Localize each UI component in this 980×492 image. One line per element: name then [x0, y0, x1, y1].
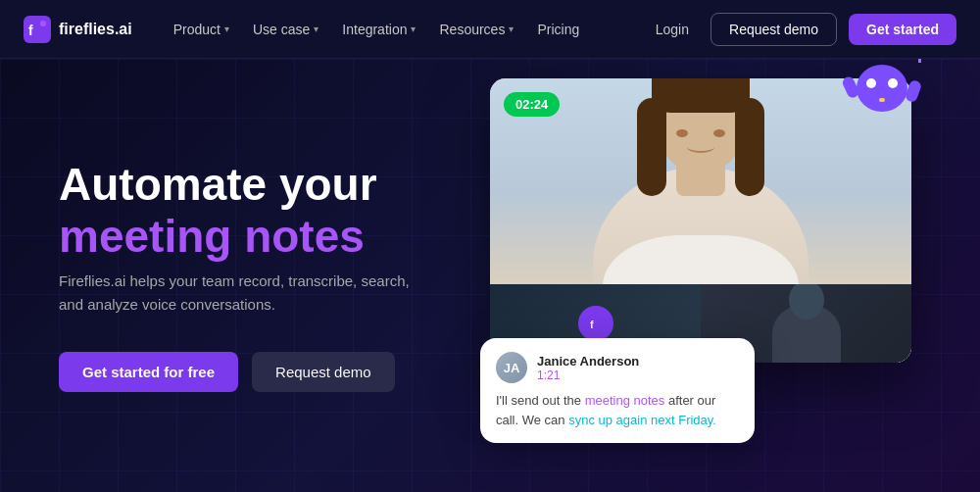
- chat-link-meeting-notes: meeting notes: [585, 393, 665, 408]
- fireflies-logo-icon: f: [24, 16, 51, 43]
- nav-item-resources[interactable]: Resources ▾: [429, 16, 523, 43]
- get-started-free-button[interactable]: Get started for free: [59, 352, 238, 392]
- avatar: JA: [496, 352, 527, 383]
- chevron-down-icon: ▾: [411, 24, 416, 34]
- chat-timestamp: 1:21: [537, 369, 639, 382]
- request-demo-hero-button[interactable]: Request demo: [252, 352, 395, 392]
- chat-message-text: I'll send out the meeting notes after ou…: [496, 391, 739, 429]
- svg-text:f: f: [28, 23, 33, 38]
- svg-point-2: [40, 21, 46, 26]
- hero-subtitle: Fireflies.ai helps your team record, tra…: [59, 270, 421, 317]
- navbar: f fireflies.ai Product ▾ Use case ▾ Inte…: [0, 0, 980, 59]
- request-demo-nav-button[interactable]: Request demo: [710, 13, 837, 46]
- nav-item-product[interactable]: Product ▾: [164, 16, 239, 43]
- robot-mascot: [843, 59, 931, 137]
- svg-text:f: f: [590, 319, 594, 330]
- hero-content: Automate your meeting notes Fireflies.ai…: [59, 159, 490, 393]
- get-started-nav-button[interactable]: Get started: [849, 14, 956, 45]
- chat-header: JA Janice Anderson 1:21: [496, 352, 739, 383]
- brand-name: fireflies.ai: [59, 21, 132, 38]
- chat-link-sync: sync up again next Friday.: [568, 413, 716, 427]
- chat-user-info: Janice Anderson 1:21: [537, 354, 639, 382]
- chevron-down-icon: ▾: [314, 24, 318, 34]
- svg-point-3: [586, 314, 606, 333]
- chevron-down-icon: ▾: [509, 24, 514, 34]
- hero-section: Automate your meeting notes Fireflies.ai…: [0, 59, 980, 492]
- fireflies-logo-small: f: [578, 306, 613, 341]
- hero-title: Automate your meeting notes: [59, 159, 490, 263]
- chevron-down-icon: ▾: [224, 24, 229, 34]
- video-timer-badge: 02:24: [504, 92, 560, 117]
- login-button[interactable]: Login: [646, 16, 699, 43]
- nav-item-usecase[interactable]: Use case ▾: [243, 16, 328, 43]
- logo[interactable]: f fireflies.ai: [24, 16, 132, 43]
- nav-links: Product ▾ Use case ▾ Integration ▾ Resou…: [164, 16, 646, 43]
- chat-bubble: JA Janice Anderson 1:21 I'll send out th…: [480, 338, 755, 443]
- hero-visual: 02:24 f: [490, 59, 921, 492]
- chat-username: Janice Anderson: [537, 354, 639, 369]
- nav-right: Login Request demo Get started: [646, 13, 956, 46]
- nav-item-integration[interactable]: Integration ▾: [332, 16, 425, 43]
- nav-item-pricing[interactable]: Pricing: [527, 16, 589, 43]
- hero-cta-buttons: Get started for free Request demo: [59, 352, 490, 392]
